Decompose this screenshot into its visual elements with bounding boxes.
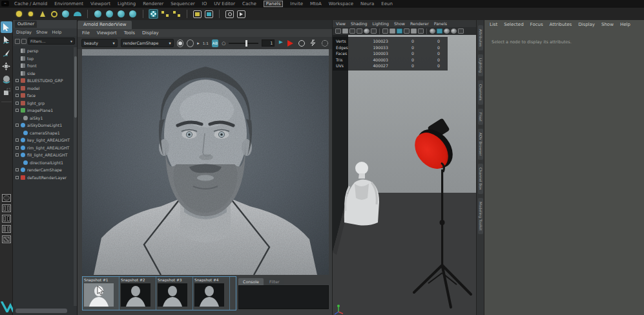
visibility-checkbox[interactable] xyxy=(16,109,19,112)
snapshot-thumbnail[interactable] xyxy=(121,283,151,307)
region-icon[interactable] xyxy=(322,40,328,47)
render-frame-icon[interactable] xyxy=(192,9,202,19)
outliner-menu-help[interactable]: Help xyxy=(52,30,62,35)
outliner-item[interactable]: side xyxy=(13,70,73,78)
menu-item[interactable]: Renderer xyxy=(143,1,163,6)
outliner-hscrollbar[interactable] xyxy=(16,309,67,313)
bookmark-icon[interactable] xyxy=(349,28,355,34)
visibility-checkbox[interactable] xyxy=(16,138,19,142)
search-icon[interactable] xyxy=(21,39,26,44)
snapshot-item[interactable]: Snapshot #4 xyxy=(193,277,230,310)
menu-item[interactable]: Sequencer xyxy=(171,1,194,6)
rv-menu-file[interactable]: File xyxy=(82,30,90,36)
snapshot-thumbnail[interactable] xyxy=(158,283,187,307)
menu-item-panels[interactable]: Panels xyxy=(264,1,284,7)
outliner-item[interactable]: fill_light_AREALIGHT xyxy=(13,151,73,159)
xray-icon[interactable] xyxy=(458,28,464,34)
spot-light-icon[interactable] xyxy=(26,9,36,19)
shaderball-rotate-icon[interactable] xyxy=(116,9,126,19)
ae-menu-focus[interactable]: Focus xyxy=(530,22,543,27)
outliner-item[interactable]: rim_light_AREALIGHT xyxy=(13,144,73,152)
snapshot-thumbnail[interactable] xyxy=(194,283,224,307)
camera-dropdown[interactable]: renderCamShape▾ xyxy=(121,39,174,47)
rv-menu-viewport[interactable]: Viewport xyxy=(97,30,117,36)
sphere-light-icon[interactable] xyxy=(61,9,70,19)
filter-tab[interactable]: Filter xyxy=(265,278,284,285)
ae-menu-display[interactable]: Display xyxy=(578,22,595,27)
outliner-item[interactable]: imagePlane1 xyxy=(13,107,73,114)
menu-item[interactable]: MtoA xyxy=(310,1,322,6)
select-camera-icon[interactable] xyxy=(335,28,341,34)
zoom-slider[interactable] xyxy=(229,43,258,44)
point-light-icon[interactable] xyxy=(14,9,24,19)
filters-dropdown[interactable]: Filters...▾ xyxy=(28,38,75,45)
node-connect-icon[interactable] xyxy=(172,9,182,19)
ae-menu-selected[interactable]: Selected xyxy=(504,22,523,27)
layout-split-button[interactable] xyxy=(2,215,11,223)
vtab[interactable]: Float xyxy=(478,109,483,125)
menu-item[interactable]: Neura xyxy=(360,1,374,6)
vp-menu-show[interactable]: Show xyxy=(394,21,405,26)
image-plane-icon[interactable] xyxy=(357,28,362,34)
ao-icon[interactable] xyxy=(418,28,424,34)
rv-menu-tools[interactable]: Tools xyxy=(124,30,135,36)
vp-menu-view[interactable]: View xyxy=(336,21,346,26)
rendered-image[interactable] xyxy=(82,49,329,275)
anti-alias-icon[interactable] xyxy=(451,28,457,34)
layout-outliner-button[interactable] xyxy=(2,225,11,233)
use-lights-icon[interactable] xyxy=(404,28,410,34)
snapshot-item[interactable]: Snapshot #2 xyxy=(119,277,156,310)
viewport-scene[interactable] xyxy=(333,35,476,315)
outliner-item[interactable]: renderCamShape xyxy=(13,166,73,174)
vtab[interactable]: Lighting xyxy=(478,54,483,76)
directional-light-icon[interactable] xyxy=(37,9,47,19)
paint-select-tool[interactable] xyxy=(1,47,12,59)
vp-menu-renderer[interactable]: Renderer xyxy=(410,21,429,26)
stop-circle-icon[interactable] xyxy=(298,40,305,47)
scale-tool[interactable] xyxy=(1,86,12,98)
shaderball-uv-icon[interactable] xyxy=(105,9,114,19)
vtab[interactable]: Attributes xyxy=(478,25,483,50)
screen-space-ao-icon[interactable] xyxy=(437,28,442,34)
list-mode-icon[interactable] xyxy=(15,39,20,44)
pause-button[interactable] xyxy=(187,39,194,47)
ipr-frame-icon[interactable] xyxy=(204,9,214,19)
snapshot-button[interactable] xyxy=(177,39,184,47)
console-output[interactable] xyxy=(238,285,329,309)
outliner-item[interactable]: persp xyxy=(13,47,73,55)
render-play-icon[interactable] xyxy=(287,40,293,47)
wireframe-icon[interactable] xyxy=(382,28,388,34)
menu-item[interactable]: IO xyxy=(202,1,207,6)
outliner-item[interactable]: face xyxy=(13,92,73,100)
outliner-item[interactable]: front xyxy=(13,62,73,70)
outliner-menu-display[interactable]: Display xyxy=(16,30,32,35)
outliner-item[interactable]: BLUESTUDIO_GRP xyxy=(13,77,73,85)
shadows-icon[interactable] xyxy=(411,28,417,34)
visibility-checkbox[interactable] xyxy=(16,79,19,82)
render-circle-icon[interactable] xyxy=(225,9,234,19)
render-view-tab[interactable]: Arnold RenderView xyxy=(78,21,132,29)
select-tool[interactable] xyxy=(1,21,12,33)
visibility-checkbox[interactable] xyxy=(16,87,19,90)
zoom-out-icon[interactable]: ○ xyxy=(222,41,225,46)
move-tool[interactable] xyxy=(1,60,12,72)
visibility-checkbox[interactable] xyxy=(16,153,19,157)
outliner-item[interactable]: light_grp xyxy=(13,100,73,107)
debug-shading-icon[interactable] xyxy=(310,39,317,47)
layout-hypershade-button[interactable] xyxy=(2,235,11,243)
film-gate-icon[interactable] xyxy=(371,28,377,34)
ae-menu-show[interactable]: Show xyxy=(601,22,614,27)
vtab[interactable]: AOV Browser xyxy=(478,129,483,160)
aov-dropdown[interactable]: beauty▾ xyxy=(81,39,118,47)
textured-icon[interactable] xyxy=(397,28,402,34)
snapshot-item[interactable]: Snapshot #1 xyxy=(83,277,119,310)
vp-menu-lighting[interactable]: Lighting xyxy=(373,21,389,26)
skydome-light-icon[interactable] xyxy=(72,9,82,19)
ae-menu-list[interactable]: List xyxy=(490,22,497,27)
visibility-checkbox[interactable] xyxy=(16,176,19,179)
menu-item[interactable]: Environment xyxy=(54,1,83,6)
visibility-checkbox[interactable] xyxy=(16,94,19,97)
lock-camera-icon[interactable] xyxy=(342,28,348,34)
outliner-item[interactable]: defaultRenderLayer xyxy=(13,174,73,182)
one-to-one-icon[interactable]: 1:1 xyxy=(203,41,209,45)
